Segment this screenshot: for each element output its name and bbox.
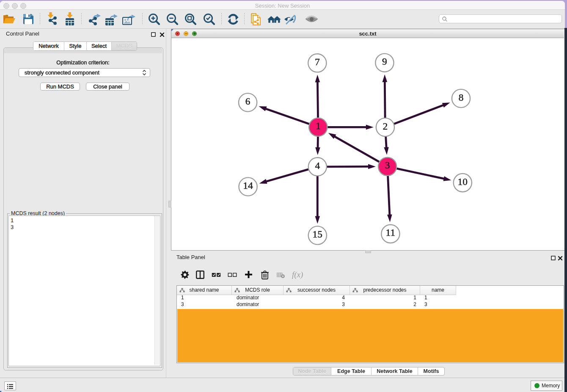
svg-text:11: 11 (386, 227, 396, 238)
svg-text:10: 10 (458, 176, 468, 187)
svg-text:2: 2 (383, 121, 388, 132)
svg-text:14: 14 (243, 180, 253, 191)
svg-text:8: 8 (459, 92, 464, 103)
svg-text:4: 4 (315, 160, 320, 171)
svg-text:1: 1 (316, 120, 321, 131)
svg-text:3: 3 (385, 160, 390, 171)
svg-text:6: 6 (245, 96, 250, 107)
svg-text:7: 7 (315, 56, 320, 67)
svg-text:15: 15 (313, 229, 323, 240)
svg-text:9: 9 (382, 56, 387, 67)
